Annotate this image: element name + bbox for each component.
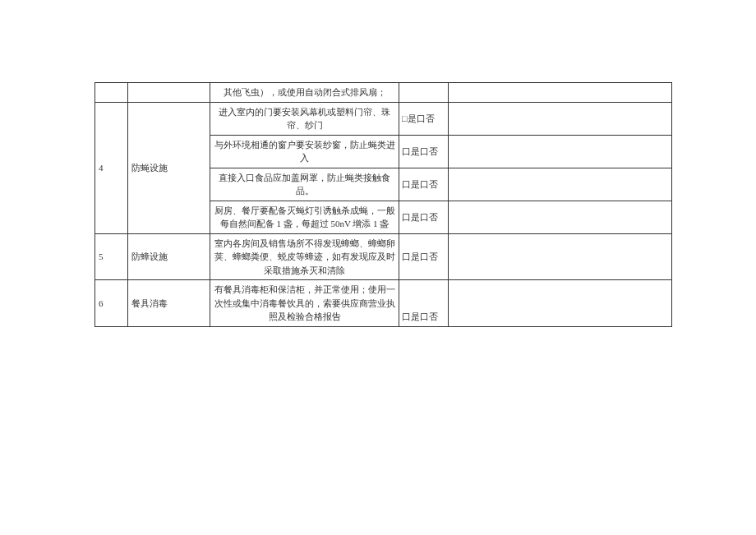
cell-desc: 有餐具消毒柜和保洁柜，并正常使用；使用一次性或集中消毒餐饮具的，索要供应商营业执… xyxy=(210,280,399,327)
cell-empty xyxy=(95,83,128,103)
table-row: 5 防蟑设施 室内各房间及销售场所不得发现蟑螂、蟑螂卵荚、蟑螂粪便、蜕皮等蟑迹，… xyxy=(95,233,672,280)
cell-remark xyxy=(449,201,672,233)
cell-empty xyxy=(399,83,449,103)
cell-category: 防蟑设施 xyxy=(128,233,210,280)
inspection-table: 其他飞虫），或使用自动闭合式排风扇； 4 防蝇设施 进入室内的门要安装风幕机或塑… xyxy=(94,82,672,327)
cell-remark xyxy=(449,102,672,135)
cell-check: 口是口否 xyxy=(399,168,449,201)
cell-check: 口是口否 xyxy=(399,201,449,233)
table-row: 其他飞虫），或使用自动闭合式排风扇； xyxy=(95,83,672,103)
cell-desc: 厨房、餐厅要配备灭蝇灯引诱触杀成蝇，一般每自然间配备 1 盏，每超过 50nV … xyxy=(210,201,399,233)
cell-desc: 与外环境相通的窗户要安装纱窗，防止蝇类进入 xyxy=(210,135,399,168)
cell-category: 餐具消毒 xyxy=(128,280,210,327)
cell-empty xyxy=(449,83,672,103)
cell-desc: 直接入口食品应加盖网罩，防止蝇类接触食品。 xyxy=(210,168,399,201)
document-table-wrapper: 其他飞虫），或使用自动闭合式排风扇； 4 防蝇设施 进入室内的门要安装风幕机或塑… xyxy=(94,82,672,327)
cell-num: 4 xyxy=(95,102,128,233)
cell-category: 防蝇设施 xyxy=(128,102,210,233)
cell-remark xyxy=(449,233,672,280)
cell-num: 5 xyxy=(95,233,128,280)
cell-remark xyxy=(449,168,672,201)
cell-remark xyxy=(449,135,672,168)
table-row: 6 餐具消毒 有餐具消毒柜和保洁柜，并正常使用；使用一次性或集中消毒餐饮具的，索… xyxy=(95,280,672,327)
cell-desc: 室内各房间及销售场所不得发现蟑螂、蟑螂卵荚、蟑螂粪便、蜕皮等蟑迹，如有发现应及时… xyxy=(210,233,399,280)
table-row: 4 防蝇设施 进入室内的门要安装风幕机或塑料门帘、珠帘、纱门 □是口否 xyxy=(95,102,672,135)
cell-check: 口是口否 xyxy=(399,135,449,168)
cell-num: 6 xyxy=(95,280,128,327)
cell-check: □是口否 xyxy=(399,102,449,135)
cell-remark xyxy=(449,280,672,327)
cell-desc: 其他飞虫），或使用自动闭合式排风扇； xyxy=(210,83,399,103)
cell-empty xyxy=(128,83,210,103)
cell-desc: 进入室内的门要安装风幕机或塑料门帘、珠帘、纱门 xyxy=(210,102,399,135)
cell-check: 口是口否 xyxy=(399,280,449,327)
cell-check: 口是口否 xyxy=(399,233,449,280)
